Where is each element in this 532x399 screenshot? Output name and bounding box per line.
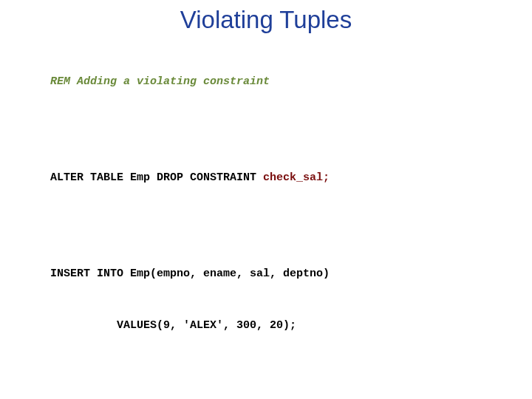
code-insert-1: INSERT INTO Emp(empno, ename, sal, deptn…	[50, 265, 497, 282]
code-spacer	[50, 124, 497, 134]
code-comment-1: REM Adding a violating constraint	[50, 73, 497, 90]
code-alter-drop: ALTER TABLE Emp DROP CONSTRAINT check_sa…	[50, 169, 497, 186]
code-spacer	[50, 221, 497, 231]
code-spacer	[50, 369, 497, 379]
code-text: ALTER TABLE Emp DROP CONSTRAINT	[50, 171, 263, 184]
code-insert-2: VALUES(9, 'ALEX', 300, 20);	[50, 317, 497, 334]
slide-title: Violating Tuples	[21, 6, 511, 34]
code-object: check_sal;	[263, 171, 330, 184]
code-block: REM Adding a violating constraint ALTER …	[50, 38, 497, 399]
slide: Violating Tuples REM Adding a violating …	[0, 0, 532, 399]
